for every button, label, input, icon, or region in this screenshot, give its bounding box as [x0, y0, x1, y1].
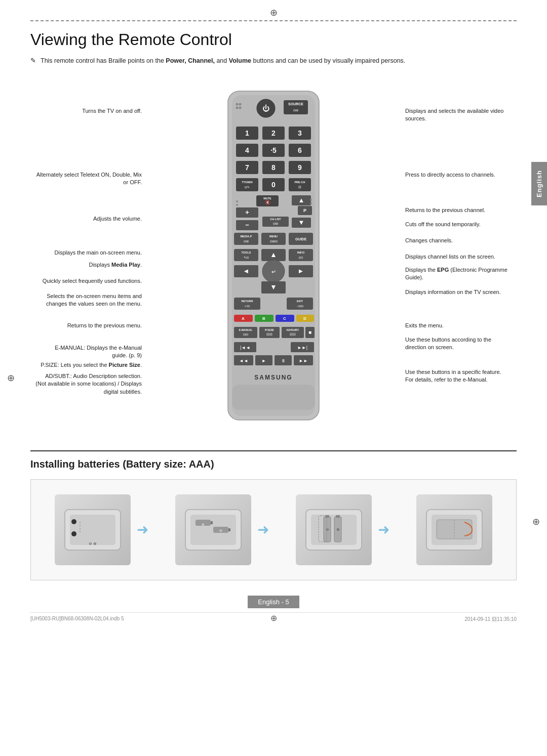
- ann-colorbtns: Use these buttons according to the direc…: [405, 336, 512, 352]
- svg-text:🔇: 🔇: [265, 199, 271, 205]
- svg-text:·5: ·5: [270, 146, 277, 154]
- intro-note: This remote control has Braille points o…: [30, 56, 517, 66]
- svg-text:⊟⊞⊟: ⊟⊞⊟: [270, 240, 278, 243]
- battery-image-3: ⊖ ⊕: [296, 494, 372, 565]
- svg-text:0: 0: [271, 181, 276, 189]
- ann-mediabtns: Use these buttons in a specific feature.…: [405, 368, 512, 384]
- svg-text:TTX/MIX: TTX/MIX: [242, 181, 253, 184]
- svg-text:D: D: [303, 316, 306, 321]
- ann-teletext: Alternately select Teletext ON, Double, …: [30, 171, 142, 187]
- svg-text:►►: ►►: [299, 358, 308, 363]
- svg-text:⏸: ⏸: [281, 358, 286, 363]
- svg-text:■: ■: [308, 329, 311, 335]
- svg-point-48: [310, 202, 312, 204]
- svg-text:CH LIST: CH LIST: [270, 218, 281, 221]
- ann-mute: Cuts off the sound temporarily.: [405, 221, 481, 228]
- remote-annotation-area: Turns the TV on and off. Alternately sel…: [30, 81, 517, 435]
- battery-images-container: ⊖ ⊕ ➜ ⊖: [30, 479, 517, 580]
- svg-point-2: [236, 103, 239, 105]
- svg-text:⊟⊟: ⊟⊟: [243, 333, 248, 336]
- svg-text:SOURCE: SOURCE: [288, 102, 303, 106]
- battery-image-2: ⊖ ⊖: [175, 494, 251, 565]
- svg-text:A: A: [242, 316, 245, 321]
- footer-crosshair-icon: ⊕: [270, 613, 277, 623]
- svg-text:TOOLS: TOOLS: [242, 251, 251, 254]
- battery-step-3: ⊖ ⊕ ➜: [296, 494, 389, 565]
- ann-prevch: Returns to the previous channel.: [405, 206, 485, 214]
- svg-text:AD/SUBT.: AD/SUBT.: [286, 328, 299, 331]
- svg-text:1: 1: [245, 129, 249, 137]
- svg-text:►►|: ►►|: [297, 345, 307, 350]
- svg-text:P: P: [303, 208, 306, 213]
- left-annotations: Turns the TV on and off. Alternately sel…: [30, 81, 142, 435]
- left-crosshair-icon: ⊕: [7, 372, 15, 384]
- svg-text:EXIT: EXIT: [297, 300, 303, 303]
- footer-date-info: 2014-09-11 囧11:35:10: [464, 616, 517, 623]
- footer: ⊕ English - 5 [UH5003-RU]BN68-06308N-02L…: [30, 596, 517, 623]
- svg-text:⊟⊞: ⊟⊞: [244, 240, 249, 243]
- top-crosshair-icon: ⊕: [270, 7, 278, 18]
- battery-image-4: [416, 494, 492, 565]
- intro-text: This remote control has Braille points o…: [41, 57, 405, 64]
- svg-text:⊖: ⊖: [219, 529, 222, 532]
- svg-text:⏻: ⏻: [262, 104, 269, 112]
- svg-rect-136: [311, 515, 357, 545]
- ann-exit: Exits the menu.: [405, 322, 444, 329]
- svg-rect-133: [228, 528, 230, 531]
- ann-channels: Press to directly access to channels.: [405, 171, 495, 179]
- battery-arrow-2: ➜: [257, 521, 269, 538]
- svg-point-41: [236, 204, 238, 206]
- svg-text:GUIDE: GUIDE: [295, 237, 307, 241]
- ann-source: Displays and selects the available video…: [405, 107, 512, 123]
- english-tab: English: [531, 162, 547, 205]
- ann-changech: Changes channels.: [405, 237, 453, 244]
- page-title: Viewing the Remote Control: [30, 30, 517, 49]
- svg-text:PRE-CH: PRE-CH: [294, 181, 305, 184]
- svg-text:⊟⊟: ⊟⊟: [266, 332, 272, 336]
- svg-text:+: +: [245, 208, 249, 216]
- svg-text:↩⊟: ↩⊟: [245, 305, 250, 308]
- svg-text:⊖: ⊖: [202, 523, 205, 526]
- svg-text:P.SIZE: P.SIZE: [265, 328, 274, 331]
- right-annotations: Displays and selects the available video…: [405, 81, 517, 435]
- ann-info: Displays information on the TV screen.: [405, 288, 501, 296]
- svg-text:✎⊟: ✎⊟: [244, 256, 249, 259]
- ann-menu: Displays the main on-screen menu.: [55, 249, 142, 257]
- svg-point-124: [71, 531, 76, 536]
- svg-rect-120: [232, 385, 315, 410]
- svg-text:⊟✎: ⊟✎: [245, 186, 250, 189]
- battery-step-4: [416, 494, 492, 565]
- svg-text:▼: ▼: [270, 283, 277, 291]
- svg-text:7: 7: [245, 163, 249, 172]
- svg-text:8: 8: [271, 163, 276, 172]
- right-crosshair-bottom-icon: ⊕: [532, 516, 540, 527]
- svg-text:⊟⊞: ⊟⊞: [273, 222, 278, 225]
- ann-return: Returns to the previous menu.: [67, 322, 142, 329]
- svg-text:B: B: [262, 316, 265, 321]
- ann-psize: P.SIZE: Lets you select the Picture Size…: [41, 361, 142, 369]
- svg-text:⊟⊟: ⊟⊟: [290, 332, 296, 336]
- svg-rect-34: [289, 178, 311, 191]
- svg-point-40: [236, 200, 238, 202]
- svg-text:RETURN: RETURN: [242, 300, 253, 303]
- battery-step-2: ⊖ ⊖ ➜: [175, 494, 269, 565]
- battery-arrow-1: ➜: [137, 521, 148, 538]
- svg-text:INFO: INFO: [297, 251, 305, 254]
- svg-text:£⊟: £⊟: [299, 256, 303, 259]
- svg-text:⊟⊞: ⊟⊞: [293, 109, 298, 112]
- svg-point-4: [239, 103, 242, 105]
- svg-text:4: 4: [245, 146, 249, 154]
- svg-text:▼: ▼: [298, 219, 305, 226]
- svg-text:►: ►: [298, 267, 304, 275]
- ann-power: Turns the TV on and off.: [82, 107, 142, 115]
- battery-step-1: ⊖ ⊕ ➜: [55, 494, 148, 565]
- page-number: English - 5: [248, 596, 299, 608]
- svg-text:−: −: [245, 221, 249, 229]
- svg-text:⊖ ⊕: ⊖ ⊕: [89, 541, 97, 546]
- svg-text:►: ►: [262, 358, 266, 363]
- svg-text:◄: ◄: [243, 267, 250, 275]
- svg-rect-141: [336, 515, 340, 518]
- svg-point-3: [236, 106, 239, 109]
- svg-text:⊟: ⊟: [298, 185, 301, 189]
- svg-point-5: [239, 106, 242, 109]
